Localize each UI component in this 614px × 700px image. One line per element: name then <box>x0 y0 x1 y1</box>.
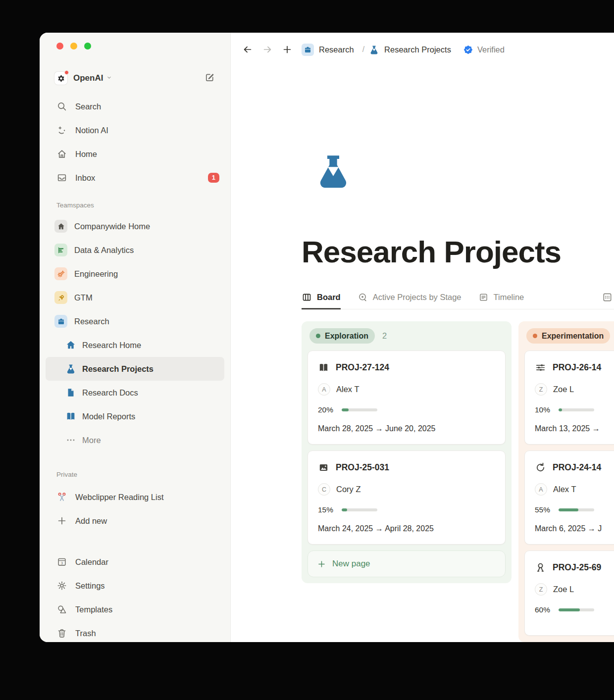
sidebar-item-settings[interactable]: Settings <box>46 574 224 598</box>
column-status-pill[interactable]: Exploration <box>309 328 375 344</box>
page-flask-icon[interactable] <box>313 151 614 191</box>
assignee-name: Cory Z <box>336 485 361 494</box>
home-icon <box>56 149 67 159</box>
sidebar-item-companywide-home[interactable]: Companywide Home <box>46 214 224 238</box>
gears-icon <box>54 267 67 280</box>
sidebar-item-label: Notion AI <box>75 126 108 135</box>
new-page-button[interactable] <box>282 44 293 55</box>
sidebar-item-engineering[interactable]: Engineering <box>46 262 224 286</box>
window-controls <box>40 43 230 50</box>
new-page-button[interactable]: New page <box>307 550 506 577</box>
tab-board[interactable]: Board <box>302 286 341 309</box>
sidebar-item-data-analytics[interactable]: Data & Analytics <box>46 238 224 262</box>
sidebar-item-research[interactable]: Research <box>46 309 224 333</box>
sidebar-item-label: Trash <box>75 629 96 638</box>
progress-label: 60% <box>535 605 559 614</box>
key-icon <box>535 562 546 573</box>
project-card[interactable]: PROJ-26-14 Z Zoe L 10% March 13, 2025 → <box>524 350 614 445</box>
avatar: Z <box>535 383 547 396</box>
sidebar-item-label: Search <box>75 102 101 111</box>
clipboard-icon <box>302 44 314 56</box>
sidebar-item-label: GTM <box>74 293 93 302</box>
verified-label: Verified <box>477 45 505 54</box>
sidebar-item-research-home[interactable]: Research Home <box>46 333 224 357</box>
tab-calendar-icon[interactable] <box>602 292 614 303</box>
sidebar-item-research-projects[interactable]: Research Projects <box>46 357 224 381</box>
assignee-name: Alex T <box>336 385 359 394</box>
tab-timeline[interactable]: Timeline <box>478 286 524 309</box>
forward-button[interactable] <box>262 44 273 55</box>
shapes-icon <box>56 604 67 615</box>
status-dot <box>533 334 537 338</box>
breadcrumb-research-projects[interactable]: Research Projects <box>369 45 451 55</box>
sidebar-item-label: Settings <box>75 581 105 591</box>
compose-button[interactable] <box>204 72 215 85</box>
sidebar-item-webclipper-reading-list[interactable]: Webclipper Reading List <box>46 485 224 509</box>
sidebar-item-calendar[interactable]: Calendar <box>46 550 224 574</box>
sidebar-footer: Calendar Settings Templates Trash <box>40 550 230 642</box>
sidebar-item-gtm[interactable]: GTM <box>46 286 224 309</box>
inbox-badge: 1 <box>208 173 219 183</box>
sidebar-item-label: Research Home <box>82 341 141 350</box>
sidebar-item-inbox[interactable]: Inbox 1 <box>46 166 224 190</box>
sidebar-item-label: Companywide Home <box>74 222 150 231</box>
progress-bar <box>559 408 594 411</box>
progress-label: 10% <box>535 405 559 414</box>
sidebar-item-label: Data & Analytics <box>74 246 134 255</box>
column-status-pill[interactable]: Experimentation <box>526 328 610 344</box>
timeline-icon <box>478 292 489 302</box>
progress-bar <box>342 408 377 411</box>
tab-label: Board <box>317 293 341 302</box>
image-icon <box>318 462 329 473</box>
sidebar-item-label: Templates <box>75 605 112 614</box>
board-view: Exploration 2 PROJ-27-124 A Alex T <box>302 321 614 642</box>
open-book-icon <box>65 411 76 422</box>
zoom-window-button[interactable] <box>84 43 91 50</box>
document-icon <box>65 387 76 398</box>
new-page-label: New page <box>332 559 370 569</box>
minimize-window-button[interactable] <box>70 43 77 50</box>
sidebar-item-more[interactable]: More <box>46 428 224 452</box>
sidebar-nav: Search Notion AI Home Inbox 1 <box>40 95 230 190</box>
ellipsis-icon <box>65 435 76 446</box>
view-tabs: Board Active Projects by Stage Timeline <box>302 286 614 309</box>
breadcrumb-research[interactable]: Research <box>302 44 354 56</box>
teamspaces-section-label: Teamspaces <box>56 201 230 209</box>
sidebar-item-label: Research Projects <box>82 364 154 374</box>
app-window: OpenAI Search Notion AI Home <box>40 33 614 642</box>
workspace-switcher[interactable]: OpenAI <box>40 67 230 89</box>
board-column-experimentation: Experimentation PROJ-26-14 Z Zoe L <box>518 321 614 642</box>
tab-label: Active Projects by Stage <box>373 293 461 302</box>
tab-label: Timeline <box>494 293 524 302</box>
sidebar-item-templates[interactable]: Templates <box>46 598 224 621</box>
sidebar-item-notion-ai[interactable]: Notion AI <box>46 118 224 142</box>
project-card[interactable]: PROJ-25-031 C Cory Z 15% March 24, 2025 … <box>307 450 506 545</box>
verified-badge[interactable]: Verified <box>463 45 505 55</box>
verified-seal-icon <box>463 45 473 55</box>
plus-icon <box>56 515 67 526</box>
back-button[interactable] <box>242 44 253 55</box>
project-card[interactable]: PROJ-25-69 Z Zoe L 60% <box>524 550 614 636</box>
column-header: Exploration 2 <box>307 327 506 345</box>
project-card[interactable]: PROJ-27-124 A Alex T 20% March 28, 2025 … <box>307 350 506 445</box>
sidebar-item-research-docs[interactable]: Research Docs <box>46 381 224 404</box>
avatar: A <box>535 483 547 496</box>
sidebar-item-search[interactable]: Search <box>46 95 224 118</box>
column-name: Exploration <box>325 332 368 341</box>
tab-active-projects-by-stage[interactable]: Active Projects by Stage <box>358 286 461 309</box>
board-column-exploration: Exploration 2 PROJ-27-124 A Alex T <box>302 321 512 583</box>
teamspaces-list: Companywide Home Data & Analytics Engine… <box>40 214 230 452</box>
sidebar-item-add-new[interactable]: Add new <box>46 509 224 533</box>
notification-dot <box>64 70 69 75</box>
assignee-name: Alex T <box>553 485 576 494</box>
project-id: PROJ-26-14 <box>553 362 601 373</box>
date-range: March 13, 2025 → <box>535 424 614 433</box>
sidebar-item-home[interactable]: Home <box>46 142 224 166</box>
sidebar-item-model-reports[interactable]: Model Reports <box>46 404 224 428</box>
sidebar-item-trash[interactable]: Trash <box>46 621 224 642</box>
notion-ai-icon <box>56 125 67 136</box>
main-area: Research / Research Projects Verified Re… <box>231 33 614 642</box>
close-window-button[interactable] <box>56 43 63 50</box>
progress-label: 55% <box>535 505 559 514</box>
project-card[interactable]: PROJ-24-14 A Alex T 55% March 6, 2025 → … <box>524 450 614 545</box>
